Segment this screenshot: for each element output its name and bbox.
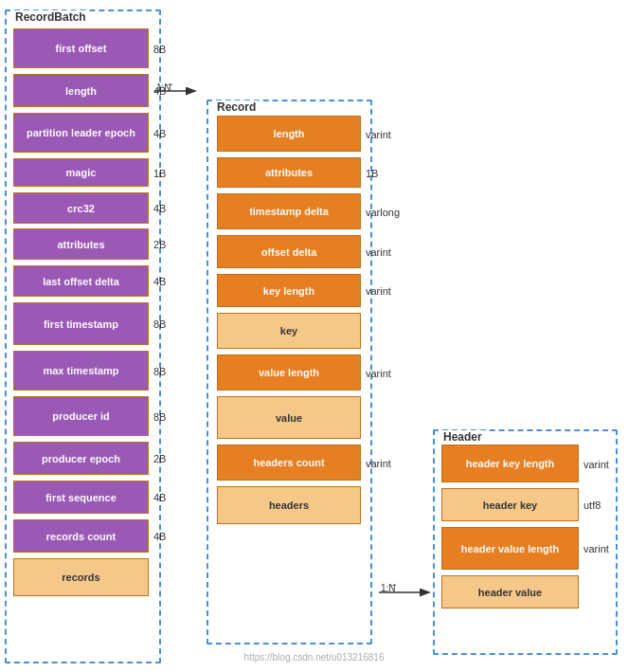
header-key: header key	[441, 488, 579, 521]
record-headers-count: headers count	[217, 445, 361, 481]
size-producer-id: 8B	[153, 411, 166, 423]
record-headers: headers	[217, 486, 361, 524]
record-length: length	[217, 116, 361, 152]
header-value: header value	[441, 575, 579, 608]
size-records-count-rb: 4B	[153, 531, 166, 542]
recordbatch-title: RecordBatch	[12, 10, 89, 24]
field-length-rb: length	[13, 74, 149, 107]
field-max-timestamp: max timestamp	[13, 351, 149, 390]
size-header-value-length: varint	[583, 543, 609, 554]
size-last-offset-delta: 4B	[153, 276, 166, 287]
field-magic: magic	[13, 158, 149, 187]
size-header-key-length: varint	[583, 459, 609, 470]
field-records-count-rb: records count	[13, 519, 149, 553]
size-attributes-rb: 2B	[153, 239, 166, 250]
size-first-sequence: 4B	[153, 492, 166, 503]
size-partition-leader: 4B	[153, 128, 166, 139]
size-max-timestamp: 8B	[153, 366, 166, 377]
record-attributes: attributes	[217, 157, 361, 188]
record-value-length: value length	[217, 354, 361, 390]
field-first-offset: first offset	[13, 28, 149, 68]
size-timestamp-delta: varlong	[366, 207, 400, 218]
header-key-length: header key length	[441, 445, 579, 482]
watermark: https://blog.csdn.net/u013216816	[244, 652, 385, 663]
header-value-length: header value length	[441, 527, 579, 570]
size-first-offset: 8B	[153, 44, 166, 55]
field-producer-epoch: producer epoch	[13, 442, 149, 475]
size-first-timestamp: 8B	[153, 318, 166, 330]
field-first-timestamp: first timestamp	[13, 302, 149, 345]
size-crc32: 4B	[153, 203, 166, 214]
size-value-length: varint	[366, 368, 391, 379]
record-timestamp-delta: timestamp delta	[217, 193, 361, 229]
field-producer-id: producer id	[13, 396, 149, 436]
arrow-label-1n: →	[165, 79, 174, 89]
record-key-length: key length	[217, 274, 361, 307]
record-title: Record	[214, 100, 259, 114]
size-magic: 1B	[153, 168, 166, 179]
field-last-offset-delta: last offset delta	[13, 265, 149, 297]
size-key-length: varint	[366, 285, 391, 297]
size-headers-count: varint	[366, 458, 391, 469]
size-producer-epoch: 2B	[153, 453, 166, 464]
arrow-label-1n2: →	[388, 579, 398, 590]
size-offset-delta: varint	[366, 246, 391, 258]
record-value: value	[217, 396, 361, 439]
diagram: RecordBatch first offset 8B length 4B pa…	[0, 0, 628, 672]
field-attributes-rb: attributes	[13, 228, 149, 260]
field-records: records	[13, 558, 149, 596]
size-header-key: utf8	[583, 499, 601, 511]
size-record-length: varint	[366, 129, 391, 140]
record-key: key	[217, 313, 361, 349]
record-offset-delta: offset delta	[217, 235, 361, 268]
size-record-attributes: 1B	[366, 168, 378, 179]
field-crc32: crc32	[13, 192, 149, 224]
header-title: Header	[440, 430, 485, 444]
field-partition-leader: partition leader epoch	[13, 113, 149, 153]
field-first-sequence: first sequence	[13, 481, 149, 514]
